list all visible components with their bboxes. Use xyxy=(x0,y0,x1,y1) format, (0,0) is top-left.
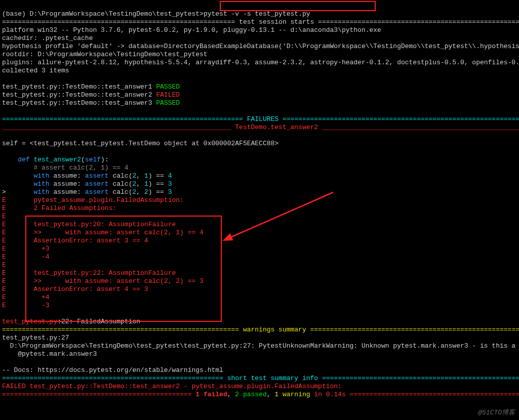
func-name: test_answer2 xyxy=(33,156,81,163)
session-header: test session starts xyxy=(235,18,318,26)
eq-fail-r: ========================================… xyxy=(283,115,519,123)
eq-l: ========================================… xyxy=(2,18,235,26)
cachedir-line: cachedir: .pytest_cache xyxy=(2,34,93,42)
prompt-command: >pytest -v -s test_pytest.py xyxy=(199,10,310,18)
watermark: @51CTO博客 xyxy=(478,409,515,417)
hypothesis-line: hypothesis profile 'default' -> database… xyxy=(2,43,519,50)
under-r: ________________________________________… xyxy=(322,123,519,131)
final-time: in 0.14s xyxy=(310,391,346,398)
self-line: self = <test_pytest.test_pytest.TestDemo… xyxy=(2,140,278,147)
error-line: pytest_assume.plugin.FailedAssumption: xyxy=(6,196,184,204)
collected-line: collected 3 items xyxy=(2,67,69,74)
fail-loc: :22: FailedAssumption xyxy=(57,318,140,325)
under-l: ________________________________________… xyxy=(2,123,231,131)
test-status-3: PASSED xyxy=(156,99,180,107)
warnings-header: warnings summary xyxy=(239,326,310,333)
eq-warn-l: ========================================… xyxy=(2,326,239,333)
eq-final-l: ========================================… xyxy=(2,391,191,398)
error-gutter: E xyxy=(2,196,6,204)
final-failed: 1 failed xyxy=(195,391,227,398)
test-name-3: test_pytest.py::TestDemo::test_answer3 xyxy=(2,99,156,107)
rootdir-line: rootdir: D:\ProgramWorkspace\TestingDemo… xyxy=(2,51,208,58)
fail-file: test_pytest.py xyxy=(2,318,57,325)
final-passed: 2 passed xyxy=(235,391,266,398)
test-status-2: FAILED xyxy=(156,91,180,99)
summary-header: short test summary info xyxy=(223,374,322,382)
warn-l1: test_pytest.py:27 xyxy=(2,334,69,342)
eq-warn-r: ========================================… xyxy=(310,326,519,333)
warn-l2: D:\ProgramWorkspace\TestingDemo\test_pyt… xyxy=(2,342,519,350)
eq-fail-l: ========================================… xyxy=(2,115,243,123)
test-name-1: test_pytest.py::TestDemo::test_answer1 xyxy=(2,83,156,91)
eq-sum-r: ========================================… xyxy=(322,374,519,382)
test-status-1: PASSED xyxy=(156,83,180,91)
terminal[interactable]: (base) D:\ProgramWorkspace\TestingDemo\t… xyxy=(0,0,519,401)
summary-line: FAILED test_pytest.py::TestDemo::test_an… xyxy=(2,383,342,390)
gutter-marker: > xyxy=(2,188,6,196)
kw-def: def xyxy=(2,156,33,163)
comment-line: # assert calc(2, 1) == 4 xyxy=(2,164,129,172)
eq-final-r: ========================================… xyxy=(350,391,519,398)
eq-r: ========================================… xyxy=(318,18,519,26)
test-name-2: test_pytest.py::TestDemo::test_answer2 xyxy=(2,91,156,99)
eq-sum-l: ========================================… xyxy=(2,374,223,382)
failures-header: FAILURES xyxy=(243,115,283,123)
final-warn: 1 warning xyxy=(274,391,310,398)
platform-line: platform win32 -- Python 3.7.6, pytest-6… xyxy=(2,26,381,34)
warn-l3: @pytest.mark.answer3 xyxy=(2,350,97,358)
warn-docs: -- Docs: https://docs.pytest.org/en/stab… xyxy=(2,366,223,374)
plugins-line: plugins: allure-pytest-2.8.12, hypothesi… xyxy=(2,59,519,66)
prompt-path: (base) D:\ProgramWorkspace\TestingDemo\t… xyxy=(2,10,199,18)
failure-item-header: TestDemo.test_answer2 xyxy=(231,123,322,131)
